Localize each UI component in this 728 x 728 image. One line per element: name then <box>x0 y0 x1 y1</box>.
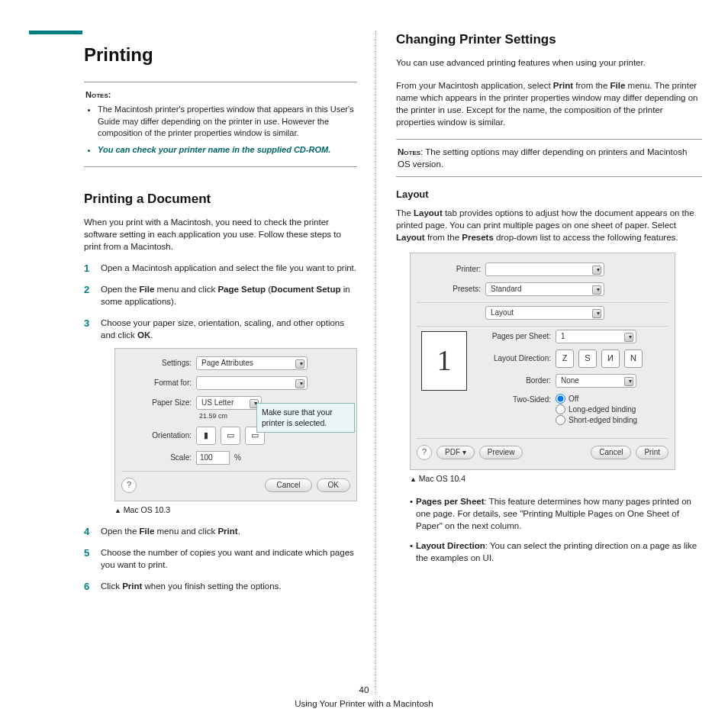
page-number: 40 <box>0 684 728 696</box>
dir-label: Layout Direction: <box>475 353 551 364</box>
step-4: 4 Open the File menu and click Print. <box>84 525 357 537</box>
note-item: The Macintosh printer's properties windo… <box>98 104 356 139</box>
orientation-label: Orientation: <box>121 430 192 441</box>
format-label: Format for: <box>121 378 192 388</box>
paper-select[interactable]: US Letter <box>196 396 262 410</box>
border-label: Border: <box>475 375 551 386</box>
layout-dir-4-icon[interactable]: N <box>624 350 643 368</box>
print-button[interactable]: Print <box>636 446 668 459</box>
preview-button[interactable]: Preview <box>479 446 523 459</box>
orientation-landscape-icon[interactable]: ▭ <box>221 427 240 445</box>
help-button[interactable]: ? <box>121 478 137 493</box>
layout-paragraph: The Layout tab provides options to adjus… <box>396 207 702 243</box>
twosided-off[interactable]: Off <box>556 394 637 404</box>
format-select[interactable] <box>196 376 308 390</box>
right-p2: From your Macintosh application, select … <box>396 79 702 128</box>
page-preview-icon: 1 <box>421 331 467 391</box>
bullet-pps: •Pages per Sheet: This feature determine… <box>410 495 702 532</box>
paper-label: Paper Size: <box>121 396 192 408</box>
notes-box: Notes: The Macintosh printer's propertie… <box>84 82 357 167</box>
heading-changing-settings: Changing Printer Settings <box>396 31 702 49</box>
heading-printing: Printing <box>84 42 357 68</box>
bullet-dir: •Layout Direction: You can select the pr… <box>410 540 702 564</box>
right-p1: You can use advanced printing features w… <box>396 56 702 69</box>
layout-dir-3-icon[interactable]: И <box>601 350 620 368</box>
page-footer: 40 Using Your Printer with a Macintosh <box>0 684 728 710</box>
layout-dir-1-icon[interactable]: Z <box>556 350 574 368</box>
twosided-long[interactable]: Long-edged binding <box>556 404 637 415</box>
footer-title: Using Your Printer with a Macintosh <box>0 697 728 710</box>
intro-text: When you print with a Macintosh, you nee… <box>84 216 357 253</box>
presets-select[interactable]: Standard <box>485 282 604 296</box>
presets-label: Presets: <box>417 284 481 295</box>
pps-label: Pages per Sheet: <box>475 331 551 342</box>
printer-select[interactable] <box>485 263 604 276</box>
help-button[interactable]: ? <box>417 445 432 460</box>
printer-label: Printer: <box>417 264 481 275</box>
figure-caption: ▲ Mac OS 10.3 <box>114 504 357 516</box>
column-divider <box>375 31 376 694</box>
print-layout-dialog: Printer: Presets: Standard Layout 1 <box>410 253 675 470</box>
settings-label: Settings: <box>121 358 192 369</box>
panel-select[interactable]: Layout <box>485 306 604 320</box>
pdf-button[interactable]: PDF ▾ <box>436 446 475 459</box>
notes-inline: Notes: The setting options may differ de… <box>396 139 702 177</box>
scale-unit: % <box>234 453 241 463</box>
cancel-button[interactable]: Cancel <box>265 478 311 492</box>
notes-label: Notes: <box>85 90 111 99</box>
orientation-portrait-icon[interactable]: ▮ <box>196 427 216 445</box>
twosided-short[interactable]: Short-edged binding <box>556 415 637 426</box>
settings-select[interactable]: Page Attributes <box>196 356 308 370</box>
border-select[interactable]: None <box>556 374 636 388</box>
heading-printing-document: Printing a Document <box>84 190 357 208</box>
twosided-label: Two-Sided: <box>475 394 551 405</box>
ok-button[interactable]: OK <box>317 478 350 492</box>
scale-label: Scale: <box>121 453 192 463</box>
cancel-button[interactable]: Cancel <box>591 446 631 459</box>
paper-dim: 21.59 cm <box>199 411 262 421</box>
step-3: 3 Choose your paper size, orientation, s… <box>84 317 357 515</box>
step-6: 6 Click Print when you finish setting th… <box>84 580 357 592</box>
pps-select[interactable]: 1 <box>556 330 636 343</box>
step-5: 5Choose the number of copies you want an… <box>84 546 357 571</box>
layout-dir-2-icon[interactable]: S <box>578 350 597 368</box>
step-2: 2 Open the File menu and click Page Setu… <box>84 283 357 308</box>
figure-caption-2: ▲ Mac OS 10.4 <box>410 473 702 485</box>
step-1: 1Open a Macintosh application and select… <box>84 262 357 274</box>
note-item-highlight: You can check your printer name in the s… <box>98 144 356 156</box>
section-accent-bar <box>29 31 82 34</box>
scale-input[interactable]: 100 <box>196 451 230 465</box>
heading-layout: Layout <box>396 188 702 201</box>
tooltip-callout: Make sure that your printer is selected. <box>256 403 355 433</box>
